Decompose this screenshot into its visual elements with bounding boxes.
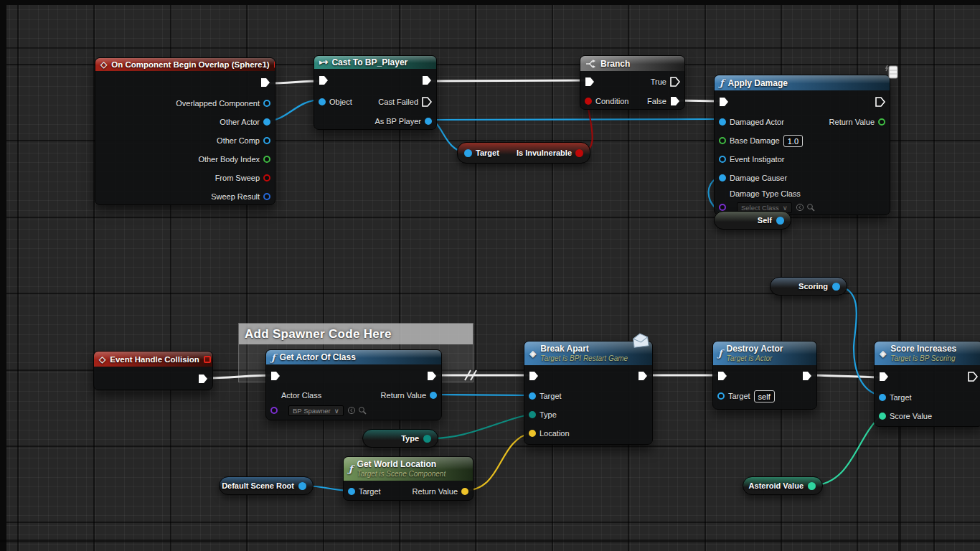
pin-label: Location — [540, 429, 570, 438]
node-title: Event Handle Collision — [110, 355, 199, 364]
damage-type-class-pin[interactable] — [719, 204, 726, 211]
damage-causer-pin[interactable] — [719, 174, 726, 182]
actor-class-dropdown[interactable]: BP Spawner∨ — [288, 405, 344, 416]
browse-icon[interactable] — [806, 203, 815, 212]
node-self-variable[interactable]: Self — [714, 211, 791, 230]
node-default-scene-root-variable[interactable]: Default Scene Root — [219, 476, 314, 495]
location-pin[interactable] — [529, 430, 536, 437]
from-sweep-pin[interactable] — [263, 174, 270, 182]
use-selected-icon[interactable] — [796, 203, 804, 212]
event-instigator-pin[interactable] — [719, 156, 726, 163]
exec-out-pin[interactable] — [427, 371, 437, 381]
target-pin[interactable] — [348, 488, 355, 495]
node-branch[interactable]: Branch True Condition False — [580, 55, 685, 110]
node-score-increases[interactable]: ◈ Score Increases Target is BP Scoring T… — [874, 341, 980, 427]
type-pin[interactable] — [423, 435, 431, 443]
node-header[interactable]: ƒ Get World Location Target is Scene Com… — [344, 457, 473, 481]
return-value-pin[interactable] — [878, 118, 885, 126]
node-header[interactable]: ƒ Get Actor Of Class — [266, 350, 441, 364]
object-pin[interactable] — [319, 98, 326, 105]
node-type-variable[interactable]: Type — [362, 429, 438, 448]
other-comp-pin[interactable] — [263, 137, 270, 144]
pin-label: Base Damage — [730, 136, 780, 145]
pin-label: Overlapped Component — [176, 99, 260, 108]
chevron-down-icon: ∨ — [783, 204, 788, 212]
comment-header[interactable]: Add Spawner Code Here — [239, 324, 473, 344]
node-asteroid-value-variable[interactable]: Asteroid Value — [743, 476, 823, 495]
node-cast-to-bp-player[interactable]: ▸➜ Cast To BP_Player Object Cast Failed … — [314, 55, 437, 130]
exec-in-pin[interactable] — [879, 372, 889, 382]
exec-in-pin[interactable] — [717, 371, 727, 381]
node-apply-damage[interactable]: ƒ Apply Damage Damaged Actor Return Valu… — [714, 75, 890, 215]
use-selected-icon[interactable] — [347, 406, 356, 415]
node-header[interactable]: ◈ Score Increases Target is BP Scoring — [875, 342, 980, 365]
node-header[interactable]: ◇ On Component Begin Overlap (Sphere1) — [95, 58, 275, 71]
true-exec-pin[interactable] — [670, 77, 680, 87]
asteroid-value-pin[interactable] — [808, 482, 816, 490]
return-value-pin[interactable] — [461, 488, 468, 495]
other-body-index-pin[interactable] — [263, 156, 270, 163]
sweep-result-pin[interactable] — [263, 193, 270, 200]
cast-failed-exec-pin[interactable] — [422, 97, 432, 107]
node-header[interactable]: ƒ Apply Damage — [715, 75, 890, 90]
pin-label: Score Value — [890, 412, 932, 420]
exec-out-pin[interactable] — [260, 77, 270, 88]
event-binding-icon — [204, 356, 211, 363]
as-bp-player-pin[interactable] — [425, 118, 432, 125]
actor-class-pin[interactable] — [270, 407, 278, 414]
is-invulnerable-pin[interactable] — [575, 149, 583, 157]
target-pin[interactable] — [879, 394, 886, 401]
condition-pin[interactable] — [585, 98, 592, 105]
exec-in-pin[interactable] — [319, 75, 329, 85]
exec-out-pin[interactable] — [875, 97, 885, 107]
exec-out-pin[interactable] — [422, 75, 432, 85]
node-get-actor-of-class[interactable]: ƒ Get Actor Of Class Actor Class Return … — [265, 349, 442, 420]
node-event-handle-collision[interactable]: ◇ Event Handle Collision — [93, 351, 213, 390]
target-pin[interactable] — [717, 392, 725, 400]
blueprint-canvas[interactable]: Add Spawner Code Here ◇ On Component Beg… — [0, 0, 980, 551]
target-pin[interactable] — [529, 392, 536, 400]
node-header[interactable]: ◇ Event Handle Collision — [94, 352, 212, 367]
exec-out-pin[interactable] — [638, 371, 648, 381]
node-header[interactable]: Branch — [580, 56, 684, 71]
node-title: Get Actor Of Class — [280, 352, 356, 362]
exec-in-pin[interactable] — [585, 77, 595, 87]
exec-out-pin[interactable] — [802, 371, 812, 381]
default-scene-root-pin[interactable] — [298, 482, 306, 490]
node-scoring-variable[interactable]: Scoring — [770, 277, 847, 296]
interface-message-icon — [632, 333, 649, 350]
pin-label: Cast Failed — [378, 98, 418, 106]
scoring-pin[interactable] — [832, 283, 840, 291]
self-pin[interactable] — [776, 217, 784, 225]
pin-label: Other Actor — [220, 118, 260, 126]
grid-origin-line-top — [0, 0, 980, 5]
node-break-apart[interactable]: ◈ Break Apart Target is BPI Restart Game… — [524, 341, 653, 445]
node-on-component-begin-overlap[interactable]: ◇ On Component Begin Overlap (Sphere1) O… — [95, 57, 275, 205]
function-icon: ƒ — [349, 464, 353, 474]
target-pin[interactable] — [464, 149, 472, 157]
node-header[interactable]: ▸➜ Cast To BP_Player — [314, 56, 436, 69]
other-actor-pin[interactable] — [263, 118, 270, 126]
overlapped-component-pin[interactable] — [263, 100, 270, 107]
exec-in-pin[interactable] — [719, 97, 729, 107]
target-value-field[interactable]: self — [754, 390, 775, 402]
exec-out-pin[interactable] — [968, 372, 978, 382]
exec-out-pin[interactable] — [198, 374, 208, 384]
function-icon: ƒ — [720, 78, 724, 88]
node-destroy-actor[interactable]: ƒ Destroy Actor Target is Actor Targetse… — [712, 341, 817, 410]
score-value-pin[interactable] — [879, 413, 886, 420]
false-exec-pin[interactable] — [670, 96, 680, 106]
node-is-invulnerable[interactable]: Target Is Invulnerable — [457, 142, 590, 164]
damaged-actor-pin[interactable] — [719, 118, 726, 126]
browse-icon[interactable] — [358, 406, 367, 415]
exec-in-pin[interactable] — [529, 371, 539, 381]
exec-in-pin[interactable] — [270, 371, 281, 381]
return-value-pin[interactable] — [430, 392, 437, 399]
node-header[interactable]: ƒ Destroy Actor Target is Actor — [713, 342, 816, 365]
variable-label: Default Scene Root — [222, 481, 294, 490]
base-damage-value-field[interactable]: 1.0 — [783, 135, 803, 147]
pin-label: Type — [540, 410, 557, 419]
base-damage-pin[interactable] — [719, 137, 726, 144]
type-pin[interactable] — [529, 411, 536, 418]
node-get-world-location[interactable]: ƒ Get World Location Target is Scene Com… — [343, 456, 473, 501]
